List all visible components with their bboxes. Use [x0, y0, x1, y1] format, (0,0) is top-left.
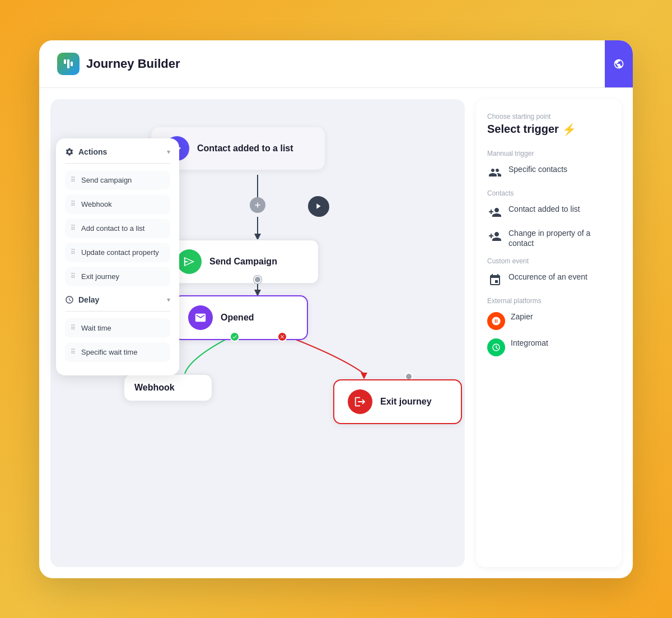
exit-journey-action[interactable]: ⠿ Exit journey	[65, 267, 170, 286]
contact-added-item[interactable]: Contact added to list	[487, 204, 610, 220]
exit-journey-action-label: Exit journey	[81, 272, 119, 281]
zapier-icon	[487, 312, 505, 330]
custom-event-label: Custom event	[487, 257, 610, 265]
delay-title: Delay	[65, 295, 99, 304]
opened-label: Opened	[221, 313, 254, 323]
drag-dots-6: ⠿	[71, 324, 76, 332]
integromat-icon	[487, 338, 505, 356]
logo-icon	[57, 53, 80, 75]
no-dot	[277, 332, 287, 342]
add-contact-action-label: Add contact to a list	[81, 224, 144, 233]
exit-journey-label: Exit journey	[380, 397, 432, 407]
specific-wait-time-label: Specific wait time	[81, 348, 137, 356]
trigger-node-label: Contact added to a list	[197, 143, 293, 154]
app-title: Journey Builder	[86, 57, 180, 71]
actions-header: Actions ▾	[65, 147, 170, 156]
wait-time-label: Wait time	[81, 324, 111, 332]
contacts-icon	[487, 165, 503, 180]
trigger-panel: Choose starting point Select trigger ⚡ M…	[476, 99, 622, 567]
webhook-action[interactable]: ⠿ Webhook	[65, 194, 170, 214]
drag-dots-2: ⠿	[71, 200, 76, 208]
contacts-label: Contacts	[487, 189, 610, 197]
zapier-text: Zapier	[511, 312, 533, 322]
svg-rect-2	[71, 62, 73, 66]
drag-dots-1: ⠿	[71, 176, 76, 184]
trigger-panel-title: Select trigger ⚡	[487, 123, 610, 136]
svg-rect-0	[64, 59, 66, 64]
send-campaign-icon	[177, 249, 202, 274]
delay-chevron: ▾	[167, 296, 170, 304]
send-campaign-action[interactable]: ⠿ Send campaign	[65, 170, 170, 190]
add-contact-icon	[487, 205, 503, 220]
drag-dots-4: ⠿	[71, 248, 76, 256]
drag-dots-3: ⠿	[71, 224, 76, 232]
send-campaign-action-label: Send campaign	[81, 176, 132, 184]
actions-chevron: ▾	[167, 148, 170, 156]
integromat-text: Integromat	[511, 338, 548, 348]
change-property-icon	[487, 229, 503, 244]
actions-divider	[65, 163, 170, 164]
change-property-text: Change in property of a contact	[508, 228, 610, 248]
header-action-button[interactable]	[605, 40, 633, 87]
wait-time-action[interactable]: ⠿ Wait time	[65, 318, 170, 338]
drag-dots-5: ⠿	[71, 272, 76, 280]
webhook-action-label: Webhook	[81, 200, 112, 208]
webhook-label: Webhook	[134, 383, 175, 393]
external-platforms-label: External platforms	[487, 297, 610, 305]
specific-contacts-text: Specific contacts	[508, 164, 567, 174]
actions-title: Actions	[65, 147, 107, 156]
connector-dot-1	[254, 276, 262, 284]
trigger-panel-subtitle: Choose starting point	[487, 113, 610, 120]
svg-rect-1	[67, 59, 69, 68]
zapier-item[interactable]: Zapier	[487, 312, 610, 330]
expand-button[interactable]	[250, 197, 265, 213]
opened-icon	[188, 305, 213, 330]
specific-contacts-item[interactable]: Specific contacts	[487, 164, 610, 180]
update-contact-action-label: Update contact property	[81, 248, 159, 257]
occurrence-item[interactable]: Occurence of an event	[487, 272, 610, 288]
delay-header: Delay ▾	[65, 295, 170, 304]
send-campaign-label: Send Campaign	[209, 257, 277, 267]
calendar-icon	[487, 272, 503, 288]
manual-trigger-label: Mannual trigger	[487, 150, 610, 157]
main-area: Contact added to a list	[39, 88, 633, 578]
main-window: Journey Builder	[39, 40, 633, 578]
play-arrow-button[interactable]	[308, 196, 328, 216]
drag-dots-7: ⠿	[71, 348, 76, 356]
actions-panel: Actions ▾ ⠿ Send campaign ⠿ Webhook ⠿ Ad…	[56, 138, 179, 375]
integromat-item[interactable]: Integromat	[487, 338, 610, 356]
contact-added-text: Contact added to list	[508, 204, 580, 214]
svg-marker-8	[361, 373, 367, 379]
exit-icon	[348, 389, 372, 414]
webhook-node[interactable]: Webhook	[123, 374, 213, 402]
yes-dot	[230, 332, 240, 342]
header: Journey Builder	[39, 40, 633, 88]
opened-node[interactable]: Opened	[174, 295, 308, 340]
send-campaign-node[interactable]: Send Campaign	[162, 239, 319, 284]
specific-wait-time-action[interactable]: ⠿ Specific wait time	[65, 342, 170, 362]
exit-journey-node[interactable]: Exit journey	[333, 379, 462, 424]
change-property-item[interactable]: Change in property of a contact	[487, 228, 610, 248]
occurrence-text: Occurence of an event	[508, 272, 587, 282]
add-contact-action[interactable]: ⠿ Add contact to a list	[65, 219, 170, 238]
update-contact-action[interactable]: ⠿ Update contact property	[65, 243, 170, 262]
delay-divider	[65, 311, 170, 312]
